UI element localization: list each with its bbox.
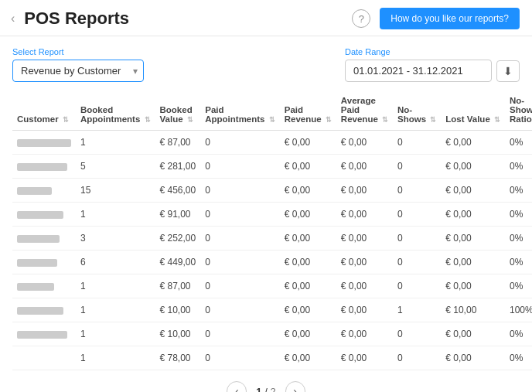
- header: ‹ POS Reports ? How do you like our repo…: [0, 0, 532, 36]
- cell-paid-appt: 0: [200, 227, 280, 251]
- cell-no-shows: 0: [393, 322, 441, 346]
- table-row: 1€ 87,000€ 0,00€ 0,000€ 0,000%15.04.2021: [12, 274, 532, 298]
- prev-page-button[interactable]: ‹: [227, 381, 247, 392]
- cell-paid-appt: 0: [200, 203, 280, 227]
- date-range-input[interactable]: [345, 60, 492, 82]
- select-report-input[interactable]: Revenue by Customer Revenue by Service R…: [12, 60, 144, 82]
- col-ratio: No-ShowRatio ⇅: [505, 90, 532, 131]
- feedback-button[interactable]: How do you like our reports?: [380, 8, 520, 29]
- col-booked-val: BookedValue ⇅: [155, 90, 201, 131]
- sort-icon-paid-rev: ⇅: [326, 116, 332, 124]
- cell-paid-appt: 0: [200, 155, 280, 179]
- cell-ratio: 0%: [505, 346, 532, 370]
- cell-avg-paid: € 0,00: [336, 251, 393, 274]
- sort-icon-booked-appt: ⇅: [145, 116, 151, 124]
- col-paid-appt: PaidAppointments ⇅: [200, 90, 280, 131]
- cell-booked-appt: 1: [76, 346, 155, 370]
- download-button[interactable]: ⬇: [496, 60, 520, 82]
- select-report-label: Select Report: [12, 47, 144, 56]
- cell-booked-val: € 91,00: [155, 203, 201, 227]
- cell-no-shows: 0: [393, 346, 441, 370]
- cell-ratio: 0%: [505, 203, 532, 227]
- cell-lost-val: € 0,00: [441, 346, 505, 370]
- cell-no-shows: 0: [393, 179, 441, 203]
- cell-ratio: 100%: [505, 298, 532, 322]
- table-row: 6€ 449,000€ 0,00€ 0,000€ 0,000%03.05.202…: [12, 251, 532, 274]
- table-wrapper: Customer ⇅ BookedAppointments ⇅ BookedVa…: [0, 90, 532, 370]
- page-container: ‹ POS Reports ? How do you like our repo…: [0, 0, 532, 392]
- cell-lost-val: € 10,00: [441, 298, 505, 322]
- cell-paid-rev: € 0,00: [280, 203, 336, 227]
- pagination: ‹ 1 / 2 ›: [0, 370, 532, 392]
- cell-avg-paid: € 0,00: [336, 227, 393, 251]
- col-lost-val: Lost Value ⇅: [441, 90, 505, 131]
- total-pages: 2: [270, 386, 275, 393]
- cell-booked-val: € 252,00: [155, 227, 201, 251]
- next-page-button[interactable]: ›: [285, 381, 305, 392]
- cell-paid-appt: 0: [200, 251, 280, 274]
- table-row: 1€ 78,000€ 0,00€ 0,000€ 0,000%17.06.2021: [12, 346, 532, 370]
- cell-customer: [12, 227, 76, 251]
- cell-paid-appt: 0: [200, 131, 280, 155]
- cell-avg-paid: € 0,00: [336, 155, 393, 179]
- cell-paid-rev: € 0,00: [280, 155, 336, 179]
- select-report-group: Select Report Revenue by Customer Revenu…: [12, 47, 144, 82]
- cell-no-shows: 0: [393, 131, 441, 155]
- cell-no-shows: 0: [393, 227, 441, 251]
- help-button[interactable]: ?: [352, 9, 370, 28]
- cell-customer: [12, 131, 76, 155]
- cell-booked-appt: 1: [76, 274, 155, 298]
- cell-customer: [12, 179, 76, 203]
- col-no-shows: No-Shows ⇅: [393, 90, 441, 131]
- col-booked-appt: BookedAppointments ⇅: [76, 90, 155, 131]
- cell-booked-val: € 456,00: [155, 179, 201, 203]
- page-info: 1 / 2: [256, 386, 275, 393]
- sort-icon-paid-appt: ⇅: [269, 116, 275, 124]
- sort-icon-avg-paid: ⇅: [382, 116, 388, 124]
- cell-booked-appt: 15: [76, 179, 155, 203]
- cell-booked-val: € 10,00: [155, 322, 201, 346]
- table-row: 1€ 10,000€ 0,00€ 0,000€ 0,000%20.01.2021: [12, 322, 532, 346]
- cell-lost-val: € 0,00: [441, 251, 505, 274]
- table-row: 5€ 281,000€ 0,00€ 0,000€ 0,000%28.01.202…: [12, 155, 532, 179]
- cell-lost-val: € 0,00: [441, 179, 505, 203]
- cell-paid-appt: 0: [200, 298, 280, 322]
- table-row: 3€ 252,000€ 0,00€ 0,000€ 0,000%16.06.202…: [12, 227, 532, 251]
- table-body: 1€ 87,000€ 0,00€ 0,000€ 0,000%28.01.2021…: [12, 131, 532, 370]
- cell-avg-paid: € 0,00: [336, 203, 393, 227]
- cell-booked-appt: 1: [76, 322, 155, 346]
- back-button[interactable]: ‹: [8, 10, 18, 27]
- cell-avg-paid: € 0,00: [336, 131, 393, 155]
- table-row: 15€ 456,000€ 0,00€ 0,000€ 0,000%17.03.20…: [12, 179, 532, 203]
- cell-booked-val: € 87,00: [155, 274, 201, 298]
- cell-paid-rev: € 0,00: [280, 227, 336, 251]
- cell-no-shows: 0: [393, 203, 441, 227]
- cell-no-shows: 1: [393, 298, 441, 322]
- cell-paid-rev: € 0,00: [280, 298, 336, 322]
- cell-booked-val: € 281,00: [155, 155, 201, 179]
- cell-customer: [12, 203, 76, 227]
- sort-icon-booked-val: ⇅: [187, 116, 193, 124]
- cell-booked-appt: 3: [76, 227, 155, 251]
- cell-paid-appt: 0: [200, 322, 280, 346]
- cell-paid-rev: € 0,00: [280, 131, 336, 155]
- cell-booked-appt: 1: [76, 131, 155, 155]
- cell-booked-val: € 87,00: [155, 131, 201, 155]
- cell-no-shows: 0: [393, 251, 441, 274]
- cell-avg-paid: € 0,00: [336, 322, 393, 346]
- cell-paid-rev: € 0,00: [280, 346, 336, 370]
- table-header: Customer ⇅ BookedAppointments ⇅ BookedVa…: [12, 90, 532, 131]
- revenue-table: Customer ⇅ BookedAppointments ⇅ BookedVa…: [12, 90, 532, 370]
- cell-avg-paid: € 0,00: [336, 298, 393, 322]
- cell-booked-val: € 449,00: [155, 251, 201, 274]
- cell-customer: [12, 322, 76, 346]
- page-title: POS Reports: [24, 9, 352, 29]
- cell-booked-appt: 1: [76, 203, 155, 227]
- current-page: 1: [256, 386, 261, 393]
- cell-avg-paid: € 0,00: [336, 346, 393, 370]
- date-range-group: Date Range ⬇: [345, 47, 520, 82]
- cell-lost-val: € 0,00: [441, 131, 505, 155]
- cell-no-shows: 0: [393, 274, 441, 298]
- sort-icon-lost-val: ⇅: [494, 116, 500, 124]
- col-paid-rev: PaidRevenue ⇅: [280, 90, 336, 131]
